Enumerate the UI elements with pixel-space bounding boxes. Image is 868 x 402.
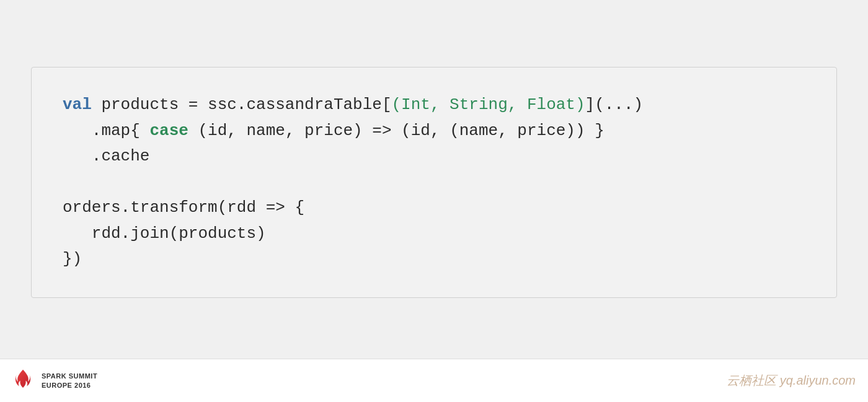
keyword-val: val: [63, 95, 92, 114]
watermark: 云栖社区 yq.aliyun.com: [727, 372, 856, 389]
code-block: val products = ssc.cassandraTable[(Int, …: [31, 67, 837, 298]
type-params: (Int, String, Float): [392, 95, 585, 114]
code-line-6: rdd.join(products): [63, 221, 805, 247]
code-line-2: .map{ case (id, name, price) => (id, (na…: [63, 118, 805, 144]
keyword-case: case: [149, 121, 188, 140]
logo-text: SPARK SUMMIT EUROPE 2016: [42, 372, 97, 390]
bottom-bar: SPARK SUMMIT EUROPE 2016 云栖社区 yq.aliyun.…: [0, 359, 868, 402]
code-line-1: val products = ssc.cassandraTable[(Int, …: [63, 92, 805, 118]
code-line-7: }): [63, 247, 805, 273]
slide-container: val products = ssc.cassandraTable[(Int, …: [0, 0, 868, 402]
logo-area: SPARK SUMMIT EUROPE 2016: [12, 369, 97, 393]
logo-line2: EUROPE 2016: [42, 381, 97, 390]
code-line-blank: [63, 170, 805, 196]
code-line-3: .cache: [63, 144, 805, 170]
code-line-5: orders.transform(rdd => {: [63, 195, 805, 221]
logo-line1: SPARK SUMMIT: [42, 372, 97, 380]
spark-summit-logo-icon: [12, 369, 34, 393]
